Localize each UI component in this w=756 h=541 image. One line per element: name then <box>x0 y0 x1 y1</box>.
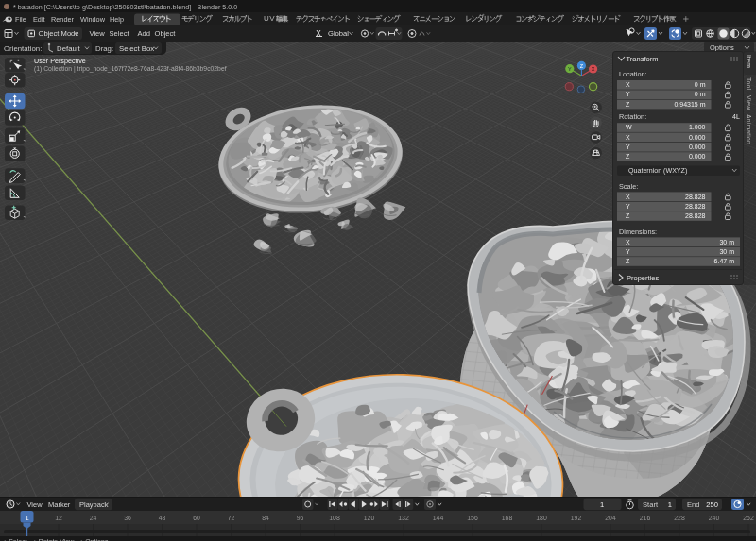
svg-text:Properties: Properties <box>627 274 659 282</box>
svg-text:1: 1 <box>600 500 604 509</box>
svg-text:30 m: 30 m <box>719 239 734 245</box>
svg-text:Quaternion (WXYZ): Quaternion (WXYZ) <box>628 167 687 175</box>
svg-text:28.828: 28.828 <box>685 194 706 200</box>
svg-text:96: 96 <box>297 515 304 521</box>
svg-text:Drag:: Drag: <box>95 44 113 53</box>
svg-text:Z: Z <box>626 101 630 108</box>
svg-text:X: X <box>626 239 630 245</box>
svg-text:156: 156 <box>467 515 478 521</box>
svg-text:Select Box: Select Box <box>119 44 154 53</box>
svg-text:1.000: 1.000 <box>689 124 706 130</box>
svg-text:0.000: 0.000 <box>689 134 706 141</box>
svg-text:V: V <box>269 14 275 23</box>
svg-text:Global: Global <box>328 29 349 38</box>
svg-text:View: View <box>27 500 43 509</box>
svg-text:6.47 m: 6.47 m <box>714 258 735 264</box>
svg-text:228: 228 <box>674 515 685 521</box>
svg-text:Start: Start <box>643 500 659 509</box>
svg-text:24: 24 <box>90 515 97 521</box>
svg-text:Select: Select <box>110 29 130 38</box>
svg-text:View: View <box>90 29 106 38</box>
svg-text:216: 216 <box>640 515 651 521</box>
svg-text:Scale:: Scale: <box>619 182 638 191</box>
svg-text:60: 60 <box>193 515 200 521</box>
svg-text:252: 252 <box>743 515 754 521</box>
svg-text:Playback: Playback <box>79 500 109 509</box>
svg-text:Object: Object <box>155 29 177 38</box>
svg-text:Y: Y <box>568 66 572 72</box>
svg-text:108: 108 <box>329 515 340 521</box>
svg-text:End: End <box>687 500 700 509</box>
svg-text:144: 144 <box>433 515 444 521</box>
svg-text:Add: Add <box>138 29 151 38</box>
svg-text:Rotation:: Rotation: <box>619 112 646 121</box>
svg-text:132: 132 <box>398 515 409 521</box>
svg-text:Z: Z <box>626 212 630 219</box>
svg-text:Y: Y <box>626 248 630 255</box>
svg-text:12: 12 <box>55 515 62 521</box>
svg-text:Marker: Marker <box>48 500 71 509</box>
svg-text:1: 1 <box>668 500 672 509</box>
svg-text:4L: 4L <box>732 113 740 120</box>
svg-text:X: X <box>626 194 630 200</box>
svg-text:192: 192 <box>571 515 582 521</box>
svg-text:30 m: 30 m <box>719 248 734 255</box>
svg-text:48: 48 <box>159 515 166 521</box>
svg-text:X: X <box>626 134 630 141</box>
svg-text:Y: Y <box>626 91 630 97</box>
svg-text:Transform: Transform <box>627 55 659 63</box>
svg-text:168: 168 <box>502 515 513 521</box>
svg-text:U: U <box>264 14 269 23</box>
svg-text:Dimensions:: Dimensions: <box>619 228 657 236</box>
svg-text:Z: Z <box>626 153 630 160</box>
svg-text:Object Mode: Object Mode <box>39 29 79 38</box>
svg-text:120: 120 <box>364 515 375 521</box>
svg-text:84: 84 <box>262 515 269 521</box>
svg-text:180: 180 <box>536 515 547 521</box>
svg-text:240: 240 <box>709 515 720 521</box>
svg-text:72: 72 <box>228 515 235 521</box>
svg-text:Location:: Location: <box>619 70 647 78</box>
svg-text:Default: Default <box>57 44 81 53</box>
svg-text:X: X <box>626 81 630 88</box>
svg-text:0.94315 m: 0.94315 m <box>674 101 705 108</box>
svg-text:0 m: 0 m <box>695 91 706 97</box>
svg-text:1: 1 <box>25 514 28 522</box>
svg-text:250: 250 <box>706 500 718 509</box>
svg-text:ダ: ダ <box>477 13 485 23</box>
svg-text:0.000: 0.000 <box>689 153 706 160</box>
svg-text:Y: Y <box>626 203 630 210</box>
svg-text:W: W <box>626 124 632 130</box>
svg-text:204: 204 <box>605 515 616 521</box>
svg-text:0 m: 0 m <box>695 81 706 88</box>
svg-text:36: 36 <box>124 515 131 521</box>
svg-text:0.000: 0.000 <box>689 144 706 150</box>
svg-text:28.828: 28.828 <box>685 212 706 219</box>
svg-text:X: X <box>592 66 595 72</box>
svg-text:Z: Z <box>626 258 630 264</box>
svg-text:Y: Y <box>626 144 630 150</box>
svg-text:28.828: 28.828 <box>685 203 706 210</box>
